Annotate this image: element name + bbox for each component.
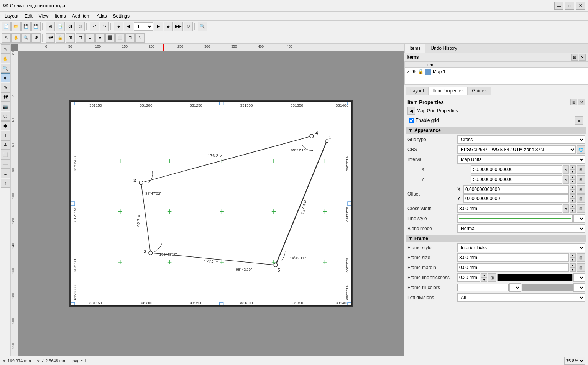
cross-width-down[interactable]: ▼ xyxy=(570,209,576,213)
grid-type-combo[interactable]: Cross xyxy=(457,135,585,144)
cross-width-input[interactable] xyxy=(457,204,562,213)
offset-x-down[interactable]: ▼ xyxy=(570,189,576,194)
frame-margin-defined[interactable]: ⊞ xyxy=(577,263,585,272)
undo-button[interactable]: ↩ xyxy=(90,22,99,31)
zoom-in-tool[interactable]: 🔍 xyxy=(21,33,31,43)
x-data-defined[interactable]: ⊞ xyxy=(577,165,585,174)
tool-add-scalebar[interactable]: ━━ xyxy=(1,159,10,169)
y-interval-input[interactable] xyxy=(471,175,562,184)
frame-line-thickness-input[interactable] xyxy=(457,273,480,282)
tool-add-north[interactable]: ↑ xyxy=(1,179,10,188)
items-list-row-1[interactable]: ✓ 👁 🔓 Map 1 xyxy=(405,68,588,76)
maximize-button[interactable]: □ xyxy=(565,2,574,10)
enable-grid-checkbox[interactable] xyxy=(409,118,414,123)
item-eye-1[interactable]: 👁 xyxy=(412,69,416,74)
tool-edit[interactable]: ⊕ xyxy=(1,73,10,82)
atlas-back-button[interactable]: ◀ xyxy=(124,22,133,31)
crs-select-button[interactable]: 🌐 xyxy=(577,145,585,154)
back-button[interactable]: ◀ xyxy=(407,107,415,115)
tool-add-shape[interactable]: ⬡ xyxy=(1,112,10,121)
pan-tool[interactable]: ✋ xyxy=(11,33,21,43)
frame-fill-color1-combo[interactable]: ▼ xyxy=(509,283,521,292)
frame-color-combo[interactable]: ▼ xyxy=(573,273,585,282)
map-canvas[interactable]: + + + + + + + + + + + + + + + xyxy=(18,51,404,356)
align-center-button[interactable]: ⬜ xyxy=(115,33,125,43)
select-tool[interactable]: ↖ xyxy=(2,33,11,43)
atlas-next-button[interactable]: ⏭ xyxy=(164,22,173,31)
frame-margin-input[interactable] xyxy=(457,263,569,272)
redo-button[interactable]: ↪ xyxy=(100,22,109,31)
frame-margin-down[interactable]: ▼ xyxy=(570,268,576,272)
add-map-button[interactable]: 🗺 xyxy=(46,33,55,43)
grid-settings-button[interactable]: ≡ xyxy=(575,116,583,125)
tab-item-properties[interactable]: Item Properties xyxy=(428,87,468,95)
export-image-button[interactable]: 🖼 xyxy=(66,22,75,31)
frame-thickness-copy[interactable]: ⊞ xyxy=(488,273,496,282)
cross-width-clear[interactable]: ✕ xyxy=(563,204,569,213)
x-spin-down[interactable]: ▼ xyxy=(570,169,576,174)
offset-y-up[interactable]: ▲ xyxy=(570,194,576,199)
tab-items[interactable]: Items xyxy=(404,44,425,53)
tool-add-legend[interactable]: ≡ xyxy=(1,169,10,178)
page-combo[interactable]: 1 xyxy=(134,22,153,31)
frame-fill-color2-swatch[interactable] xyxy=(522,284,573,291)
export-svg-button[interactable]: ⛋ xyxy=(76,22,85,31)
close-button[interactable]: ✕ xyxy=(576,2,585,10)
items-expand-button[interactable]: ⊞ xyxy=(571,54,578,61)
offset-x-input[interactable] xyxy=(463,185,569,194)
frame-size-input[interactable] xyxy=(457,253,569,262)
cross-width-defined[interactable]: ⊞ xyxy=(577,204,585,213)
frame-size-defined[interactable]: ⊞ xyxy=(577,253,585,262)
menu-settings[interactable]: Settings xyxy=(110,13,133,20)
blend-mode-combo[interactable]: Normal xyxy=(457,224,585,233)
tool-pan[interactable]: ✋ xyxy=(1,54,10,63)
refresh-tool[interactable]: ↺ xyxy=(31,33,41,43)
frame-style-combo[interactable]: Interior Ticks xyxy=(457,243,585,252)
y-clear-button[interactable]: ✕ xyxy=(563,175,569,184)
tool-add-rect[interactable]: ⬜ xyxy=(1,150,10,159)
save-button[interactable]: 💾 xyxy=(21,22,31,31)
ungroup-button[interactable]: ⊟ xyxy=(76,33,85,43)
crs-combo[interactable]: EPSG:32637 - WGS 84 / UTM zone 37N xyxy=(457,145,576,154)
align-left-button[interactable]: ⬛ xyxy=(105,33,115,43)
offset-y-input[interactable] xyxy=(463,194,569,203)
interval-combo[interactable]: Map Units xyxy=(457,155,585,164)
y-spin-down[interactable]: ▼ xyxy=(570,179,576,184)
lock-layer-button[interactable]: 🔒 xyxy=(56,33,65,43)
frame-fill-color1-swatch[interactable] xyxy=(457,284,509,291)
group-button[interactable]: ⊞ xyxy=(66,33,75,43)
tab-guides[interactable]: Guides xyxy=(468,87,491,95)
frame-section-header[interactable]: ▼ Frame xyxy=(406,235,586,242)
item-lock-1[interactable]: 🔓 xyxy=(418,69,424,74)
offset-x-up[interactable]: ▲ xyxy=(570,185,576,189)
resize-button[interactable]: ⤡ xyxy=(135,33,145,43)
line-style-swatch[interactable] xyxy=(457,214,573,223)
item-check-1[interactable]: ✓ xyxy=(406,69,410,74)
appearance-section-header[interactable]: ▼ Appearance xyxy=(406,127,586,134)
offset-y-down[interactable]: ▼ xyxy=(570,199,576,203)
distribute-button[interactable]: ⊞ xyxy=(125,33,135,43)
tool-add-label[interactable]: A xyxy=(1,140,10,150)
menu-items[interactable]: Items xyxy=(52,13,69,20)
x-spin-up[interactable]: ▲ xyxy=(570,165,576,169)
tab-layout[interactable]: Layout xyxy=(406,87,428,95)
tool-select[interactable]: ↖ xyxy=(1,44,10,54)
offset-x-defined[interactable]: ⊞ xyxy=(577,185,585,194)
tool-add-polygon[interactable]: ⬢ xyxy=(1,121,10,130)
frame-margin-up[interactable]: ▲ xyxy=(570,263,576,268)
x-clear-button[interactable]: ✕ xyxy=(563,165,569,174)
zoom-combo[interactable]: 75.8% xyxy=(564,357,585,365)
frame-thickness-up[interactable]: ▲ xyxy=(481,273,487,278)
save-as-button[interactable]: 💾 xyxy=(31,22,41,31)
cross-width-up[interactable]: ▲ xyxy=(570,204,576,209)
raise-button[interactable]: ▲ xyxy=(85,33,95,43)
open-button[interactable]: 📂 xyxy=(11,22,21,31)
menu-atlas[interactable]: Atlas xyxy=(94,13,110,20)
item-props-expand[interactable]: ⊞ xyxy=(570,99,577,105)
menu-layout[interactable]: Layout xyxy=(2,13,21,20)
print-button[interactable]: 🖨 xyxy=(46,22,55,31)
lower-button[interactable]: ▼ xyxy=(95,33,105,43)
line-style-combo[interactable]: ▼ xyxy=(573,214,585,223)
canvas-area[interactable]: 0 50 100 150 200 250 300 350 400 450 -20… xyxy=(11,44,404,356)
atlas-settings-button[interactable]: ⚙ xyxy=(184,22,193,31)
